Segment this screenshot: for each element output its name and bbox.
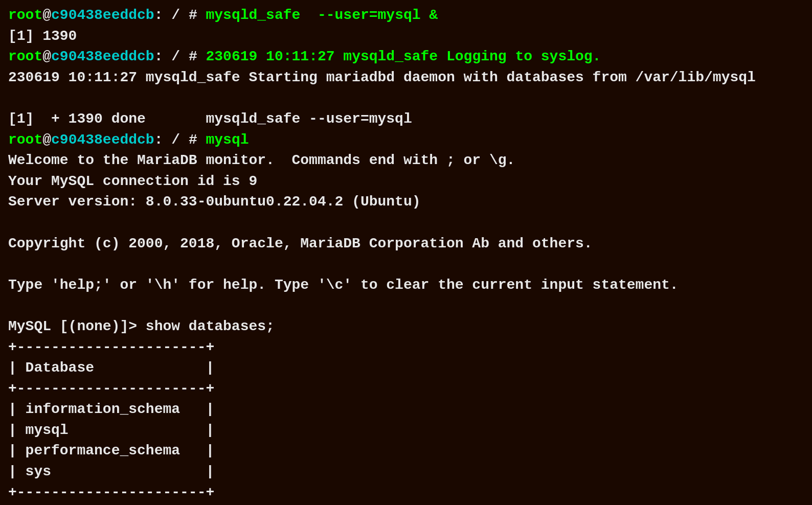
terminal-window: root@c90438eeddcb: / # mysqld_safe --use… (0, 0, 812, 505)
terminal-line (8, 254, 804, 275)
terminal-line: root@c90438eeddcb: / # mysql (8, 130, 804, 151)
terminal-output: root@c90438eeddcb: / # mysqld_safe --use… (8, 5, 804, 505)
terminal-line: +----------------------+ (8, 483, 804, 503)
terminal-line: 4 rows in set (0.003 sec) (8, 503, 804, 505)
terminal-line: [1] + 1390 done mysqld_safe --user=mysql (8, 109, 804, 130)
terminal-line: | mysql | (8, 420, 804, 441)
terminal-line: [1] 1390 (8, 26, 804, 47)
terminal-line: | information_schema | (8, 399, 804, 420)
terminal-line: | performance_schema | (8, 441, 804, 462)
terminal-line: Copyright (c) 2000, 2018, Oracle, MariaD… (8, 234, 804, 255)
terminal-line: +----------------------+ (8, 379, 804, 400)
terminal-line: Your MySQL connection id is 9 (8, 171, 804, 192)
terminal-line: | sys | (8, 462, 804, 483)
terminal-line: Server version: 8.0.33-0ubuntu0.22.04.2 … (8, 192, 804, 213)
terminal-line: MySQL [(none)]> show databases; (8, 316, 804, 337)
terminal-line: +----------------------+ (8, 337, 804, 358)
terminal-line: Type 'help;' or '\h' for help. Type '\c'… (8, 275, 804, 296)
terminal-line: root@c90438eeddcb: / # 230619 10:11:27 m… (8, 47, 804, 67)
terminal-line (8, 88, 804, 109)
terminal-line: Welcome to the MariaDB monitor. Commands… (8, 150, 804, 171)
terminal-line: root@c90438eeddcb: / # mysqld_safe --use… (8, 5, 804, 26)
terminal-line: | Database | (8, 358, 804, 379)
terminal-line (8, 213, 804, 234)
terminal-line: 230619 10:11:27 mysqld_safe Starting mar… (8, 67, 804, 88)
terminal-line (8, 295, 804, 316)
